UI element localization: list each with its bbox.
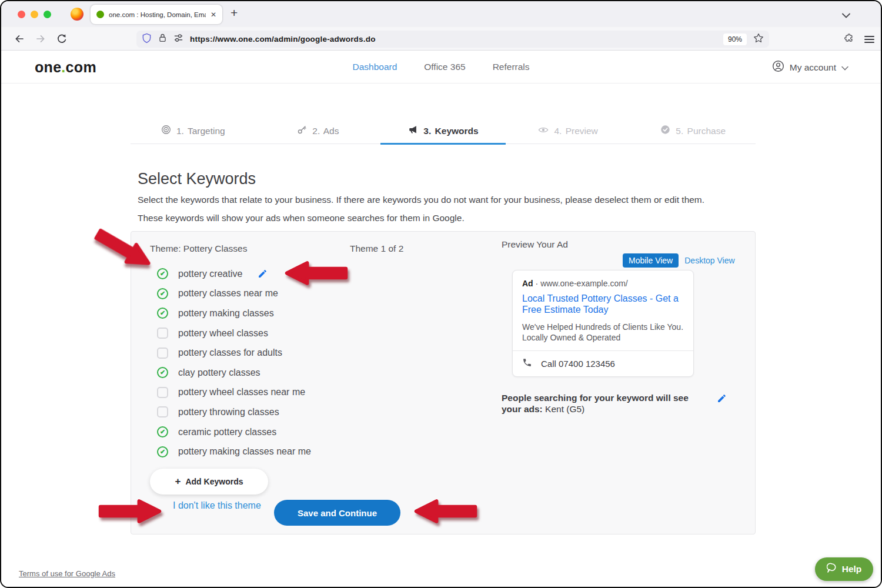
zoom-level-badge[interactable]: 90% bbox=[723, 34, 747, 45]
annotation-arrow-edit bbox=[282, 260, 350, 286]
ad-preview-card: Ad · www.one-example.com/ Local Trusted … bbox=[512, 270, 694, 377]
favicon bbox=[96, 11, 104, 18]
add-keywords-button[interactable]: + Add Keywords bbox=[150, 469, 268, 495]
close-window-button[interactable] bbox=[18, 11, 25, 18]
help-button[interactable]: Help bbox=[815, 557, 873, 581]
browser-toolbar: https://www.one.com/admin/google-adwords… bbox=[1, 27, 881, 51]
permissions-icon[interactable] bbox=[173, 33, 183, 45]
keyword-row[interactable]: pottery wheel classes near me bbox=[157, 383, 311, 403]
page-title: Select Keywords bbox=[138, 170, 256, 188]
nav-dashboard[interactable]: Dashboard bbox=[352, 62, 397, 72]
step-targeting[interactable]: 1. Targeting bbox=[131, 123, 256, 143]
preview-title: Preview Your Ad bbox=[502, 239, 568, 250]
terms-link[interactable]: Terms of use for Google Ads bbox=[19, 569, 115, 578]
preview-view-toggle: Mobile View Desktop View bbox=[623, 253, 735, 268]
browser-tab[interactable]: one.com : Hosting, Domain, Ema ✕ bbox=[91, 5, 222, 24]
step-purchase[interactable]: 5. Purchase bbox=[630, 123, 756, 143]
keyword-row[interactable]: pottery classes for adults bbox=[157, 343, 311, 363]
url-text[interactable]: https://www.one.com/admin/google-adwords… bbox=[190, 35, 717, 44]
step-keywords[interactable]: 3. Keywords bbox=[380, 123, 506, 143]
target-icon bbox=[161, 125, 171, 137]
maximize-window-button[interactable] bbox=[44, 11, 51, 18]
lock-icon[interactable] bbox=[158, 33, 167, 45]
theme-count: Theme 1 of 2 bbox=[350, 243, 403, 254]
description-line2: These keywords will show your ads when s… bbox=[138, 213, 465, 223]
keyword-checkbox[interactable] bbox=[157, 426, 168, 437]
nav-office365[interactable]: Office 365 bbox=[424, 62, 465, 72]
keyword-list: pottery creative pottery classes near me… bbox=[157, 264, 311, 462]
ad-body: We've Helped Hundreds of Clients Like Yo… bbox=[522, 322, 684, 343]
keyword-checkbox[interactable] bbox=[157, 406, 168, 417]
step-preview[interactable]: 4. Preview bbox=[506, 123, 631, 143]
desktop-view-tab[interactable]: Desktop View bbox=[684, 256, 734, 265]
ad-url-line: Ad · www.one-example.com/ bbox=[522, 279, 684, 288]
save-and-continue-button[interactable]: Save and Continue bbox=[274, 500, 400, 526]
key-icon bbox=[297, 125, 307, 137]
my-account-menu[interactable]: My account bbox=[772, 60, 848, 75]
keyword-checkbox[interactable] bbox=[157, 268, 168, 279]
keyword-checkbox[interactable] bbox=[157, 367, 168, 378]
plus-icon: + bbox=[175, 476, 181, 487]
keyword-checkbox[interactable] bbox=[157, 387, 168, 398]
keyword-checkbox[interactable] bbox=[157, 288, 168, 299]
annotation-arrow-save bbox=[409, 498, 483, 524]
shield-icon[interactable] bbox=[142, 33, 152, 46]
keyword-checkbox[interactable] bbox=[157, 328, 168, 339]
hamburger-menu-icon[interactable] bbox=[864, 34, 874, 45]
megaphone-icon bbox=[407, 125, 418, 137]
description-line1: Select the keywords that relate to your … bbox=[138, 195, 704, 205]
new-tab-button[interactable]: + bbox=[230, 6, 238, 19]
extensions-icon[interactable] bbox=[843, 34, 854, 46]
nav-referrals[interactable]: Referrals bbox=[493, 62, 530, 72]
tab-title: one.com : Hosting, Domain, Ema bbox=[109, 11, 206, 18]
keyword-row[interactable]: pottery making classes bbox=[157, 303, 311, 323]
site-nav: Dashboard Office 365 Referrals bbox=[1, 62, 881, 72]
site-header: one.com Dashboard Office 365 Referrals M… bbox=[1, 51, 881, 83]
ad-call-row: Call 07400 123456 bbox=[513, 350, 693, 376]
keyword-row[interactable]: pottery making classes near me bbox=[157, 442, 311, 462]
check-circle-icon bbox=[660, 125, 670, 137]
annotation-arrow-dislike bbox=[91, 498, 169, 524]
chevron-down-icon bbox=[841, 62, 848, 73]
keyword-row[interactable]: pottery throwing classes bbox=[157, 402, 311, 422]
keyword-checkbox[interactable] bbox=[157, 446, 168, 457]
audience-text: People searching for your keyword will s… bbox=[502, 392, 697, 415]
edit-audience-icon[interactable] bbox=[717, 393, 727, 406]
user-icon bbox=[772, 60, 784, 75]
edit-keyword-icon[interactable] bbox=[258, 269, 268, 279]
step-ads[interactable]: 2. Ads bbox=[256, 123, 381, 143]
my-account-label: My account bbox=[790, 62, 836, 73]
keyword-row[interactable]: clay pottery classes bbox=[157, 363, 311, 383]
keyword-row[interactable]: ceramic pottery classes bbox=[157, 422, 311, 442]
phone-icon bbox=[522, 358, 532, 370]
url-bar[interactable]: https://www.one.com/admin/google-adwords… bbox=[136, 31, 769, 48]
tab-close-icon[interactable]: ✕ bbox=[211, 11, 216, 19]
mobile-view-tab[interactable]: Mobile View bbox=[623, 253, 679, 268]
keywords-panel: Theme: Pottery Classes Theme 1 of 2 pott… bbox=[131, 231, 756, 534]
theme-label: Theme: Pottery Classes bbox=[150, 243, 247, 254]
dislike-theme-link[interactable]: I don't like this theme bbox=[173, 500, 261, 511]
keyword-checkbox[interactable] bbox=[157, 348, 168, 359]
back-icon[interactable] bbox=[14, 34, 25, 46]
keyword-row[interactable]: pottery wheel classes bbox=[157, 323, 311, 343]
eye-icon bbox=[538, 126, 549, 136]
bookmark-star-icon[interactable] bbox=[753, 33, 764, 46]
tab-strip: one.com : Hosting, Domain, Ema ✕ + bbox=[1, 1, 881, 27]
ad-call-text: Call 07400 123456 bbox=[541, 359, 615, 369]
ad-headline: Local Trusted Pottery Classes - Get a Fr… bbox=[522, 293, 684, 316]
chevron-down-icon[interactable] bbox=[842, 10, 850, 21]
keyword-row[interactable]: pottery classes near me bbox=[157, 284, 311, 304]
firefox-icon bbox=[71, 8, 83, 21]
keyword-checkbox[interactable] bbox=[157, 308, 168, 319]
wizard-stepper: 1. Targeting 2. Ads 3. Keywords 4. Pre bbox=[131, 123, 756, 144]
reload-icon[interactable] bbox=[56, 34, 67, 46]
active-step-underline bbox=[380, 143, 506, 145]
chat-bubble-icon bbox=[827, 563, 837, 576]
browser-window: one.com : Hosting, Domain, Ema ✕ + bbox=[0, 0, 882, 588]
forward-icon[interactable] bbox=[35, 34, 46, 46]
minimize-window-button[interactable] bbox=[31, 11, 38, 18]
